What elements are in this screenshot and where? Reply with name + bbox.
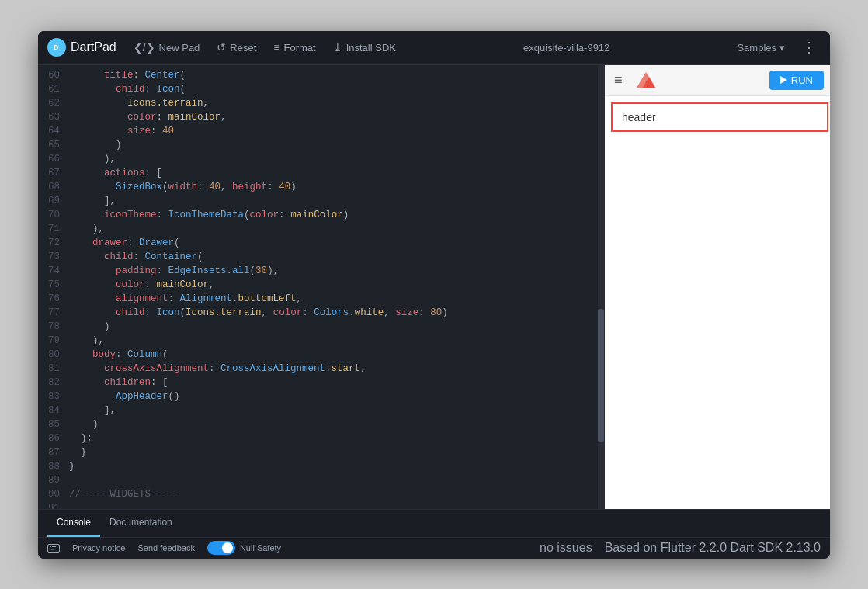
table-row: 82 children: [ [38,376,604,390]
hamburger-icon[interactable]: ≡ [611,71,626,90]
preview-pane: ≡ RUN header [605,65,830,509]
scrollbar-thumb[interactable] [598,309,604,442]
main-window: D DartPad ❮/❯ New Pad ↺ Reset ≡ Format ⤓… [38,31,830,559]
svg-rect-6 [54,546,56,547]
table-row: 75 color: mainColor, [38,278,604,292]
more-menu-button[interactable]: ⋮ [797,36,821,59]
install-sdk-icon: ⤓ [333,41,342,54]
scrollbar-track[interactable] [598,65,604,509]
table-row: 64 size: 40 [38,124,604,138]
samples-label: Samples [737,42,776,54]
table-row: 84 ], [38,404,604,417]
status-bar: Privacy notice Send feedback Null Safety… [38,537,830,559]
table-row: 86 ); [38,431,604,445]
reset-icon: ↺ [217,41,226,54]
table-row: 70 iconTheme: IconThemeData(color: mainC… [38,208,604,222]
preview-topbar: ≡ RUN [605,65,830,96]
install-sdk-label: Install SDK [346,42,396,54]
table-row: 89 [38,473,604,487]
table-row: 73 child: Container( [38,250,604,264]
format-icon: ≡ [273,41,279,54]
play-icon [780,76,787,84]
send-feedback-link[interactable]: Send feedback [137,543,194,553]
toggle-thumb [222,542,233,553]
svg-rect-5 [52,546,54,547]
header-text: header [622,111,656,123]
topbar: D DartPad ❮/❯ New Pad ↺ Reset ≡ Format ⤓… [38,31,830,65]
table-row: 61 child: Icon( [38,82,604,96]
tab-console[interactable]: Console [47,510,100,537]
project-name: exquisite-villa-9912 [523,42,609,54]
toggle-track[interactable] [207,541,235,555]
table-row: 69 ], [38,194,604,208]
new-pad-icon: ❮/❯ [134,41,155,54]
feedback-label: Send feedback [137,543,194,553]
table-row: 74 padding: EdgeInsets.all(30), [38,264,604,278]
null-safety-toggle[interactable]: Null Safety [207,541,281,555]
table-row: 72 drawer: Drawer( [38,236,604,250]
topbar-center: exquisite-villa-9912 [407,42,726,54]
table-row: 67 actions: [ [38,166,604,180]
privacy-label: Privacy notice [72,543,125,553]
table-row: 83 AppHeader() [38,390,604,404]
table-row: 68 SizedBox(width: 40, height: 40) [38,180,604,194]
bottom-tabs: Console Documentation [47,510,182,537]
new-pad-button[interactable]: ❮/❯ New Pad [127,38,207,57]
table-row: 63 color: mainColor, [38,110,604,124]
table-row: 87 } [38,445,604,459]
reset-label: Reset [230,42,256,54]
preview-app: header [605,96,830,509]
console-tab-label: Console [57,517,91,528]
run-label: RUN [791,74,813,86]
table-row: 77 child: Icon(Icons.terrain, color: Col… [38,306,604,320]
keyboard-shortcut-item [47,544,60,553]
status-right: no issues Based on Flutter 2.2.0 Dart SD… [540,541,821,555]
table-row: 85 ) [38,417,604,431]
new-pad-label: New Pad [159,42,200,54]
table-row: 88} [38,459,604,473]
table-row: 62 Icons.terrain, [38,96,604,110]
format-label: Format [283,42,315,54]
topbar-right: Samples ▾ ⋮ [731,36,821,59]
documentation-tab-label: Documentation [109,517,172,528]
table-row: 79 ), [38,334,604,348]
table-row: 76 alignment: Alignment.bottomLeft, [38,292,604,306]
bottom-bar: Console Documentation [38,509,830,537]
flutter-logo-icon [632,69,660,91]
tab-documentation[interactable]: Documentation [100,510,182,537]
header-box: header [611,102,828,132]
table-row: 78 ) [38,320,604,334]
editor-pane: 60 title: Center( 61 child: Icon( 62 Ico… [38,65,605,509]
table-row: 60 title: Center( [38,68,604,82]
no-issues-label: no issues [540,541,592,555]
table-row: 66 ), [38,152,604,166]
logo-text: DartPad [71,40,116,54]
table-row: 65 ) [38,138,604,152]
sdk-version-label: Based on Flutter 2.2.0 Dart SDK 2.13.0 [605,541,821,555]
table-row: 71 ), [38,222,604,236]
svg-rect-4 [50,546,51,547]
table-row: 80 body: Column( [38,348,604,362]
format-button[interactable]: ≡ Format [267,38,321,57]
logo-icon: D [47,38,66,57]
main-content: 60 title: Center( 61 child: Icon( 62 Ico… [38,65,830,509]
reset-button[interactable]: ↺ Reset [210,38,262,57]
privacy-notice-link[interactable]: Privacy notice [72,543,125,553]
preview-toolbar-left: ≡ [611,69,660,91]
table-row: 81 crossAxisAlignment: CrossAxisAlignmen… [38,362,604,376]
null-safety-label: Null Safety [240,543,281,553]
code-area[interactable]: 60 title: Center( 61 child: Icon( 62 Ico… [38,65,604,509]
table-row: 90//-----WIDGETS----- [38,487,604,501]
table-row: 91 [38,501,604,509]
keyboard-icon [47,544,60,553]
install-sdk-button[interactable]: ⤓ Install SDK [327,38,402,57]
logo: D DartPad [47,38,116,57]
chevron-down-icon: ▾ [779,42,785,54]
samples-button[interactable]: Samples ▾ [731,39,791,57]
svg-text:D: D [54,43,59,51]
more-icon: ⋮ [802,40,816,55]
svg-rect-7 [51,549,55,550]
run-button[interactable]: RUN [769,71,824,90]
